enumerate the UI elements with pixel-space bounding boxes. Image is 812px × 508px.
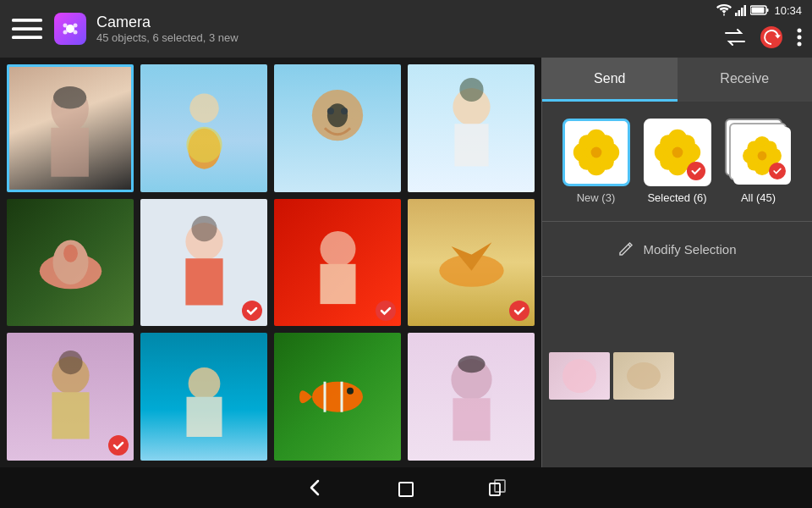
svg-point-106 bbox=[627, 362, 661, 389]
svg-point-40 bbox=[320, 231, 355, 267]
app-subtitle: 45 objects, 6 selected, 3 new bbox=[96, 31, 724, 44]
photo-item[interactable] bbox=[274, 199, 401, 327]
filter-area: New (3) bbox=[542, 102, 812, 214]
photo-item[interactable] bbox=[7, 199, 134, 327]
panel-divider bbox=[542, 221, 812, 222]
photo-item[interactable] bbox=[408, 64, 535, 192]
filter-check-selected bbox=[687, 162, 705, 180]
svg-rect-5 bbox=[752, 8, 765, 14]
svg-rect-6 bbox=[767, 8, 769, 12]
svg-point-46 bbox=[188, 367, 220, 400]
svg-rect-107 bbox=[399, 483, 413, 496]
svg-point-33 bbox=[459, 78, 483, 102]
svg-point-105 bbox=[562, 359, 596, 393]
svg-point-24 bbox=[186, 126, 222, 162]
photo-item[interactable] bbox=[408, 333, 535, 461]
svg-point-29 bbox=[314, 110, 324, 120]
svg-rect-53 bbox=[453, 399, 490, 441]
svg-point-39 bbox=[191, 216, 217, 241]
battery-icon bbox=[750, 5, 769, 15]
svg-rect-20 bbox=[52, 128, 90, 177]
filter-selected[interactable]: Selected (6) bbox=[640, 115, 715, 207]
svg-point-13 bbox=[63, 30, 68, 35]
filter-selected-label: Selected (6) bbox=[647, 191, 706, 204]
svg-rect-3 bbox=[744, 5, 747, 16]
svg-point-51 bbox=[347, 388, 354, 395]
home-button[interactable] bbox=[394, 476, 418, 500]
photo-item[interactable] bbox=[140, 199, 267, 327]
photo-item[interactable] bbox=[274, 333, 401, 461]
svg-point-18 bbox=[798, 42, 802, 47]
filter-new[interactable]: New (3) bbox=[559, 115, 634, 207]
svg-point-64 bbox=[590, 147, 601, 158]
wifi-icon bbox=[716, 4, 732, 16]
thumbnail-item[interactable] bbox=[549, 352, 610, 400]
svg-point-27 bbox=[327, 108, 334, 114]
transfer-button[interactable] bbox=[724, 28, 746, 47]
title-area: Camera 45 objects, 6 selected, 3 new bbox=[96, 14, 724, 45]
svg-rect-38 bbox=[185, 258, 222, 305]
pencil-icon bbox=[617, 240, 634, 257]
more-button[interactable] bbox=[797, 27, 802, 47]
app-title: Camera bbox=[96, 14, 724, 32]
svg-point-10 bbox=[66, 25, 74, 33]
photo-item[interactable] bbox=[140, 64, 267, 192]
nav-bar bbox=[0, 467, 812, 508]
svg-point-17 bbox=[798, 36, 802, 40]
svg-rect-47 bbox=[186, 397, 222, 437]
modify-selection-label: Modify Selection bbox=[643, 242, 736, 257]
svg-rect-9 bbox=[12, 36, 42, 39]
svg-rect-1 bbox=[738, 10, 741, 16]
svg-point-11 bbox=[63, 24, 68, 28]
photo-item[interactable] bbox=[7, 333, 134, 461]
photo-grid bbox=[0, 58, 541, 467]
back-button[interactable] bbox=[303, 476, 326, 500]
svg-point-45 bbox=[58, 351, 82, 374]
svg-point-36 bbox=[63, 245, 78, 262]
filter-icon-new bbox=[562, 119, 630, 186]
svg-rect-41 bbox=[320, 264, 355, 304]
filter-icon-selected bbox=[644, 119, 711, 186]
status-bar: 10:34 bbox=[716, 0, 812, 20]
modify-selection-button[interactable]: Modify Selection bbox=[542, 229, 812, 269]
signal-icon bbox=[735, 4, 747, 16]
svg-rect-8 bbox=[12, 27, 42, 30]
svg-point-48 bbox=[312, 382, 363, 412]
svg-rect-2 bbox=[741, 8, 743, 16]
thumbnail-item[interactable] bbox=[613, 352, 674, 400]
time-display: 10:34 bbox=[774, 4, 802, 17]
bottom-thumbnails bbox=[542, 284, 812, 467]
signal-icons bbox=[716, 4, 769, 16]
photo-item[interactable] bbox=[274, 64, 401, 192]
svg-point-28 bbox=[341, 108, 348, 114]
tab-send[interactable]: Send bbox=[542, 58, 678, 102]
svg-point-12 bbox=[74, 24, 78, 28]
panel-divider-2 bbox=[542, 276, 812, 277]
top-bar: Camera 45 objects, 6 selected, 3 new bbox=[0, 0, 812, 58]
send-receive-tabs: Send Receive bbox=[542, 58, 812, 102]
app-icon bbox=[54, 13, 86, 45]
filter-new-label: New (3) bbox=[577, 191, 616, 204]
filter-all[interactable]: All (45) bbox=[721, 115, 796, 207]
recent-apps-button[interactable] bbox=[486, 476, 509, 500]
filter-icon-all bbox=[725, 119, 793, 186]
right-panel: Send Receive bbox=[541, 58, 812, 467]
svg-point-30 bbox=[351, 110, 361, 120]
check-overlay bbox=[108, 435, 129, 456]
hamburger-menu[interactable] bbox=[10, 12, 44, 46]
filter-check-all bbox=[769, 163, 786, 179]
photo-item[interactable] bbox=[408, 199, 535, 327]
svg-point-14 bbox=[74, 30, 78, 35]
svg-point-22 bbox=[189, 93, 219, 123]
svg-point-21 bbox=[53, 86, 86, 109]
svg-point-104 bbox=[757, 152, 766, 161]
svg-rect-7 bbox=[12, 19, 42, 22]
svg-rect-32 bbox=[454, 124, 488, 166]
top-actions bbox=[724, 25, 802, 49]
photo-item[interactable] bbox=[140, 333, 267, 461]
filter-all-label: All (45) bbox=[741, 191, 776, 204]
tab-receive[interactable]: Receive bbox=[678, 58, 813, 102]
refresh-button[interactable] bbox=[760, 25, 783, 49]
svg-rect-0 bbox=[735, 13, 738, 16]
photo-item[interactable] bbox=[7, 64, 134, 192]
